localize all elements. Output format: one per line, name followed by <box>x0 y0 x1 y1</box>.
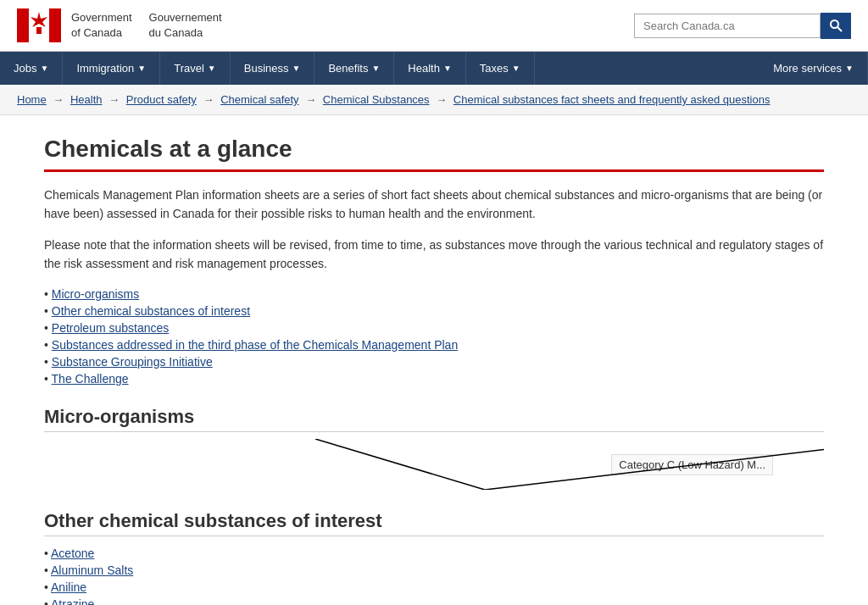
link-aniline[interactable]: Aniline <box>51 580 86 594</box>
search-input[interactable] <box>634 14 821 38</box>
nav-immigration[interactable]: Immigration ▼ <box>63 52 160 85</box>
breadcrumb-health[interactable]: Health <box>70 93 103 106</box>
search-area <box>634 13 851 39</box>
nav-travel[interactable]: Travel ▼ <box>160 52 231 85</box>
svg-rect-2 <box>49 8 61 42</box>
chevron-down-icon: ▼ <box>137 64 146 73</box>
micro-organisms-section: Micro-organisms Category C (Low Hazard) … <box>44 406 824 490</box>
svg-line-6 <box>837 27 842 31</box>
toc-link-third-phase[interactable]: Substances addressed in the third phase … <box>52 338 458 352</box>
list-item: The Challenge <box>44 372 824 386</box>
gov-name-en: Government of Canada <box>71 10 132 41</box>
chevron-down-icon: ▼ <box>208 64 216 73</box>
nav-more-services[interactable]: More services ▼ <box>760 52 868 85</box>
toc-link-micro-organisms[interactable]: Micro-organisms <box>52 287 139 301</box>
list-item: Acetone <box>44 547 824 560</box>
title-rule <box>44 169 824 172</box>
micro-organisms-heading: Micro-organisms <box>44 406 824 432</box>
list-item: Other chemical substances of interest <box>44 304 824 318</box>
page-title: Chemicals at a glance <box>44 136 824 163</box>
list-item: Substances addressed in the third phase … <box>44 338 824 352</box>
logo-area: Government of Canada Gouvernement du Can… <box>17 8 222 42</box>
gov-text: Government of Canada Gouvernement du Can… <box>71 10 222 41</box>
nav-health[interactable]: Health ▼ <box>394 52 465 85</box>
gov-name-fr: Gouvernement du Canada <box>149 10 222 41</box>
toc-link-substance-groupings[interactable]: Substance Groupings Initiative <box>52 355 213 369</box>
main-nav: Jobs ▼ Immigration ▼ Travel ▼ Business ▼… <box>0 52 868 85</box>
chevron-down-icon: ▼ <box>40 64 48 73</box>
list-item: Atrazine <box>44 597 824 605</box>
chevron-down-icon: ▼ <box>292 64 301 73</box>
chevron-down-icon: ▼ <box>443 64 452 73</box>
nav-benefits[interactable]: Benefits ▼ <box>314 52 394 85</box>
list-item: Petroleum substances <box>44 321 824 335</box>
toc-link-other-chemical[interactable]: Other chemical substances of interest <box>52 304 250 318</box>
list-item: Aniline <box>44 580 824 594</box>
chevron-down-icon: ▼ <box>371 64 380 73</box>
breadcrumb-home[interactable]: Home <box>17 93 47 106</box>
nav-business[interactable]: Business ▼ <box>231 52 315 85</box>
intro-paragraph-2: Please note that the information sheets … <box>44 236 824 274</box>
link-atrazine[interactable]: Atrazine <box>51 597 94 605</box>
site-header: Government of Canada Gouvernement du Can… <box>0 0 868 52</box>
svg-point-5 <box>831 20 838 28</box>
svg-rect-4 <box>36 27 42 34</box>
search-button[interactable] <box>821 13 851 39</box>
intro-paragraph-1: Chemicals Management Plan information sh… <box>44 186 824 224</box>
breadcrumb-fact-sheets[interactable]: Chemical substances fact sheets and freq… <box>453 93 771 106</box>
toc-list: Micro-organisms Other chemical substance… <box>44 287 824 386</box>
main-content: Chemicals at a glance Chemicals Manageme… <box>27 115 841 605</box>
list-item: Aluminum Salts <box>44 563 824 577</box>
toc-link-petroleum[interactable]: Petroleum substances <box>52 321 170 335</box>
svg-line-7 <box>315 439 485 490</box>
breadcrumb-chemical-safety[interactable]: Chemical safety <box>220 93 298 106</box>
link-aluminum-salts[interactable]: Aluminum Salts <box>51 563 133 577</box>
nav-jobs[interactable]: Jobs ▼ <box>0 52 63 85</box>
nav-taxes[interactable]: Taxes ▼ <box>466 52 535 85</box>
other-chemical-section: Other chemical substances of interest Ac… <box>44 510 824 605</box>
search-icon <box>829 19 843 32</box>
canada-flag-icon <box>17 8 61 42</box>
chevron-down-icon: ▼ <box>512 64 520 73</box>
breadcrumb-chemical-substances[interactable]: Chemical Substances <box>323 93 430 106</box>
other-chemical-list: Acetone Aluminum Salts Aniline Atrazine … <box>44 547 824 605</box>
list-item: Substance Groupings Initiative <box>44 355 824 369</box>
micro-org-partial-item: Category C (Low Hazard) M... <box>611 454 773 475</box>
link-acetone[interactable]: Acetone <box>51 547 94 560</box>
chevron-down-icon: ▼ <box>845 64 854 73</box>
breadcrumb: Home → Health → Product safety → Chemica… <box>0 85 868 115</box>
breadcrumb-product-safety[interactable]: Product safety <box>126 93 197 106</box>
toc-link-challenge[interactable]: The Challenge <box>52 372 129 386</box>
other-chemical-heading: Other chemical substances of interest <box>44 510 824 536</box>
svg-rect-0 <box>17 8 29 42</box>
list-item: Micro-organisms <box>44 287 824 301</box>
